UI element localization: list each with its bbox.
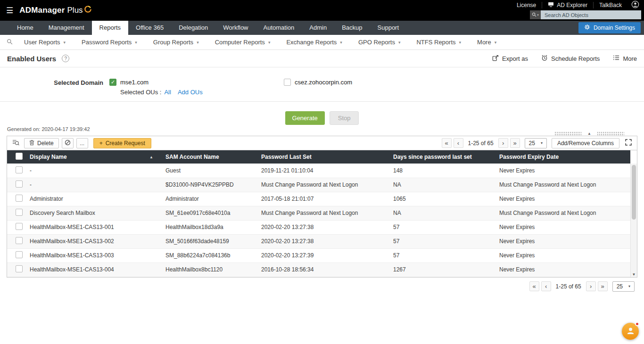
- nav-tab[interactable]: Workflow: [215, 21, 256, 35]
- scroll-down-button[interactable]: ▼: [631, 272, 637, 277]
- row-checkbox[interactable]: [16, 209, 23, 216]
- column-header-password-expiry[interactable]: Password Expiry Date: [495, 150, 630, 164]
- last-page-button[interactable]: »: [598, 281, 608, 291]
- table-row[interactable]: Administrator Administrator 2017-05-18 2…: [7, 192, 630, 206]
- schedule-reports-button[interactable]: Schedule Reports: [541, 55, 600, 63]
- row-checkbox[interactable]: [16, 195, 23, 202]
- nav-tab[interactable]: Backup: [334, 21, 370, 35]
- page-title: Enabled Users: [7, 55, 56, 63]
- create-request-button[interactable]: + Create Request: [93, 138, 151, 148]
- chevron-down-icon: ▾: [398, 40, 401, 45]
- results-grid-panel: Delete ... + Create Request « ‹ 1-25 of …: [7, 136, 637, 278]
- domain-checkbox[interactable]: [284, 79, 291, 86]
- topbar-left: ☰ ADManager Plus: [0, 0, 92, 21]
- cell-sam-account-name: Administrator: [161, 192, 256, 206]
- first-page-button[interactable]: «: [529, 281, 539, 291]
- generate-button[interactable]: Generate: [285, 111, 325, 125]
- resize-dots-right: [597, 131, 624, 136]
- nav-tab[interactable]: Delegation: [171, 21, 215, 35]
- domain-settings-button[interactable]: Domain Settings: [578, 22, 641, 33]
- add-remove-columns-button[interactable]: Add/Remove Columns: [552, 138, 619, 148]
- select-all-checkbox[interactable]: [16, 153, 23, 160]
- page-size-select[interactable]: 25 ▾: [612, 281, 635, 292]
- domain-name: mse1.com: [120, 79, 149, 86]
- user-menu-button[interactable]: [627, 0, 641, 10]
- row-checkbox[interactable]: [16, 265, 23, 272]
- table-row[interactable]: - Guest 2019-11-21 01:10:04 148 Never Ex…: [7, 164, 630, 178]
- report-category[interactable]: Group Reports ▾: [147, 39, 208, 46]
- sort-asc-icon: ▲: [149, 155, 153, 159]
- export-as-button[interactable]: Export as: [492, 55, 528, 63]
- table-search-button[interactable]: [10, 139, 21, 147]
- table-header-row: Display Name ▲ SAM Account Name Password…: [7, 150, 630, 164]
- table-row[interactable]: HealthMailbox-MSE1-CAS13-001 HealthMailb…: [7, 220, 630, 234]
- search-scope-button[interactable]: ▾: [530, 10, 541, 19]
- nav-tab[interactable]: Automation: [256, 21, 302, 35]
- row-checkbox[interactable]: [16, 237, 23, 244]
- support-chat-button[interactable]: [622, 323, 639, 340]
- report-category[interactable]: More ▾: [471, 39, 506, 46]
- report-category[interactable]: Password Reports ▾: [75, 39, 147, 46]
- cell-password-expiry: Never Expires: [495, 164, 630, 178]
- table-row[interactable]: - $D31000-N9P4VK25PPBD Must Change Passw…: [7, 178, 630, 192]
- cell-days-since: 148: [388, 164, 495, 178]
- selected-domain-label: Selected Domain: [0, 79, 109, 86]
- page-size-select[interactable]: 25 ▾: [525, 138, 547, 148]
- cell-display-name: -: [25, 164, 161, 178]
- stop-button[interactable]: Stop: [330, 111, 359, 125]
- help-icon[interactable]: ?: [62, 55, 69, 62]
- more-row-actions-button[interactable]: ...: [76, 138, 88, 148]
- prev-page-button[interactable]: ‹: [541, 281, 551, 291]
- nav-tab[interactable]: Admin: [302, 21, 334, 35]
- report-category[interactable]: NTFS Reports ▾: [410, 39, 471, 46]
- cell-sam-account-name: HealthMailbox8bc1120: [161, 262, 256, 277]
- talkback-link[interactable]: TalkBack: [594, 2, 627, 8]
- nav-tab[interactable]: Home: [9, 21, 41, 35]
- report-category[interactable]: Computer Reports ▾: [208, 39, 280, 46]
- table-row[interactable]: HealthMailbox-MSE1-CAS13-003 SM_88b6224a…: [7, 248, 630, 262]
- vertical-scrollbar[interactable]: ▼: [630, 164, 637, 277]
- delete-button[interactable]: Delete: [24, 138, 59, 148]
- table-row[interactable]: Discovery Search Mailbox SM_61ee0917c68e…: [7, 206, 630, 220]
- column-header-days-since[interactable]: Days since password last set: [388, 150, 495, 164]
- row-checkbox[interactable]: [16, 180, 23, 188]
- collapse-panel-button[interactable]: ▲: [585, 131, 594, 136]
- report-category[interactable]: Exchange Reports ▾: [280, 39, 351, 46]
- next-page-button[interactable]: ›: [586, 281, 596, 291]
- next-page-button[interactable]: ›: [498, 138, 508, 148]
- scrollbar-thumb[interactable]: [632, 165, 636, 220]
- brand-text-bold: ADManager: [19, 6, 65, 15]
- prev-page-button[interactable]: ‹: [454, 138, 463, 148]
- nav-tab[interactable]: Office 365: [128, 21, 171, 35]
- column-header-sam-account-name[interactable]: SAM Account Name: [161, 150, 256, 164]
- more-actions-menu-button[interactable]: More: [613, 55, 637, 62]
- report-category[interactable]: User Reports ▾: [17, 39, 75, 46]
- domain-checkbox[interactable]: [109, 79, 116, 86]
- last-page-button[interactable]: »: [510, 138, 520, 148]
- hamburger-menu-button[interactable]: ☰: [0, 0, 19, 21]
- row-checkbox[interactable]: [16, 223, 23, 230]
- column-header-password-last-set[interactable]: Password Last Set: [256, 150, 388, 164]
- disable-button[interactable]: [62, 138, 74, 148]
- cell-password-last-set: 2020-02-20 13:27:39: [256, 248, 388, 262]
- nav-tab[interactable]: Reports: [92, 21, 129, 35]
- row-checkbox[interactable]: [16, 251, 23, 258]
- report-category[interactable]: GPO Reports ▾: [352, 39, 410, 46]
- selected-ous-value[interactable]: All: [164, 89, 171, 96]
- cell-days-since: 57: [388, 234, 495, 248]
- chevron-down-icon: ▾: [537, 13, 539, 17]
- nav-tab[interactable]: Management: [41, 21, 92, 35]
- ad-explorer-link[interactable]: AD Explorer: [542, 2, 594, 8]
- row-checkbox[interactable]: [16, 166, 23, 173]
- expand-grid-button[interactable]: [625, 139, 632, 147]
- search-input[interactable]: [541, 10, 641, 19]
- column-header-display-name[interactable]: Display Name ▲: [25, 150, 161, 164]
- report-search-button[interactable]: [2, 39, 17, 46]
- license-link[interactable]: License: [511, 2, 542, 8]
- panel-resize-handle[interactable]: ▲: [554, 131, 624, 136]
- first-page-button[interactable]: «: [442, 138, 452, 148]
- table-row[interactable]: HealthMailbox-MSE1-CAS13-004 HealthMailb…: [7, 262, 630, 277]
- table-row[interactable]: HealthMailbox-MSE1-CAS13-002 SM_50166f63…: [7, 234, 630, 248]
- nav-tab[interactable]: Support: [370, 21, 407, 35]
- add-ous-link[interactable]: Add OUs: [178, 89, 203, 96]
